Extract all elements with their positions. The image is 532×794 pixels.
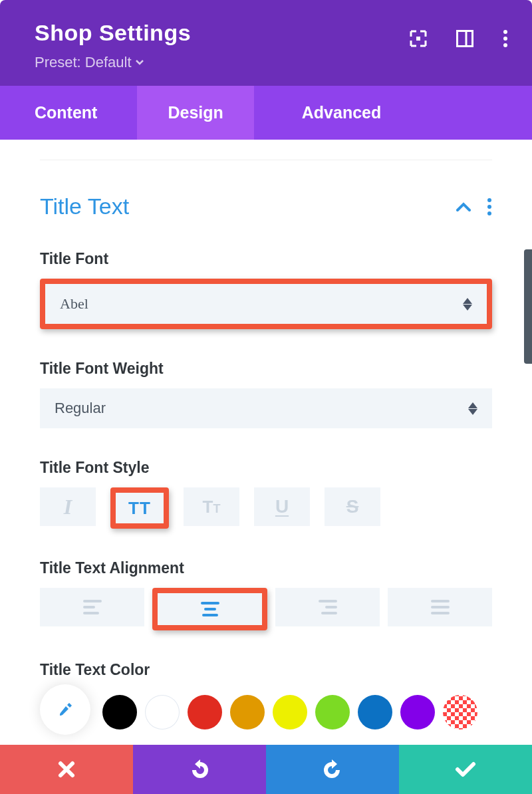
title-weight-select[interactable]: Regular [40,388,492,428]
color-swatch-red[interactable] [188,695,222,729]
title-style-label: Title Font Style [40,459,492,477]
svg-rect-0 [416,37,420,41]
check-icon [455,761,476,777]
content-area: Title Text Title Font Abel Title Font We… [0,160,532,735]
chevron-up-icon[interactable] [456,202,471,211]
align-right-button[interactable] [275,588,380,626]
main-tabs: Content Design Advanced [0,86,532,140]
align-center-icon [201,602,219,616]
align-center-button[interactable] [158,593,262,625]
strikethrough-button[interactable]: S [325,487,380,526]
cancel-button[interactable] [0,745,133,794]
color-swatch-green[interactable] [315,695,350,729]
color-swatch-orange[interactable] [230,695,265,729]
title-font-select[interactable]: Abel [45,284,487,324]
caret-down-icon [136,60,144,65]
color-swatch-black[interactable] [102,695,137,729]
highlight-align-center [152,588,267,630]
divider [40,160,492,160]
color-swatches [40,690,492,735]
title-align-label: Title Text Alignment [40,559,492,577]
layout-icon[interactable] [456,30,473,47]
dropper-icon [57,702,73,718]
redo-button[interactable] [266,745,399,794]
color-swatch-purple[interactable] [400,695,435,729]
header-icons [410,29,508,48]
title-font-value: Abel [60,295,88,313]
text-align-buttons [40,588,492,630]
title-color-label: Title Text Color [40,661,492,679]
color-swatch-yellow[interactable] [273,695,307,729]
svg-point-3 [503,30,507,34]
align-left-icon [83,600,102,614]
svg-point-6 [487,198,491,202]
underline-button[interactable]: U [254,487,310,526]
italic-icon: I [64,495,72,519]
svg-point-7 [487,205,491,209]
strikethrough-icon: S [346,496,359,517]
close-icon [57,760,76,779]
title-font-label: Title Font [40,250,492,268]
italic-button[interactable]: I [40,487,96,526]
settings-header: Shop Settings Preset: Default [0,0,532,86]
title-weight-label: Title Font Weight [40,360,492,378]
preset-label: Preset: Default [35,54,132,71]
redo-icon [321,759,344,779]
svg-point-4 [503,37,507,41]
more-icon[interactable] [487,198,492,216]
highlight-font: Abel [40,279,492,329]
uppercase-icon: TT [128,498,151,519]
svg-rect-1 [458,31,473,47]
tab-advanced[interactable]: Advanced [254,86,421,140]
font-style-buttons: I TT TT U S [40,487,492,529]
footer-actions [0,745,532,794]
underline-icon: U [275,496,289,517]
more-icon[interactable] [503,29,508,48]
tab-design[interactable]: Design [137,86,253,140]
highlight-uppercase: TT [110,487,169,529]
color-swatch-white[interactable] [145,695,180,729]
preset-selector[interactable]: Preset: Default [35,54,497,71]
align-left-button[interactable] [40,588,144,626]
section-controls [456,198,492,216]
undo-icon [188,759,211,779]
align-justify-button[interactable] [388,588,492,626]
scrollbar[interactable] [524,249,532,364]
align-right-icon [319,600,337,614]
tab-content[interactable]: Content [0,86,137,140]
svg-point-8 [487,211,491,215]
title-weight-value: Regular [55,400,106,417]
uppercase-button[interactable]: TT [116,493,164,523]
undo-button[interactable] [133,745,266,794]
color-swatch-blue[interactable] [358,695,392,729]
align-justify-icon [431,600,450,614]
section-header[interactable]: Title Text [40,194,492,219]
save-button[interactable] [399,745,532,794]
section-title: Title Text [40,194,129,219]
smallcaps-button[interactable]: TT [184,487,239,526]
expand-icon[interactable] [410,30,427,47]
color-picker-button[interactable] [40,684,90,735]
sort-icon [468,402,477,415]
color-swatch-transparent[interactable] [443,695,477,729]
sort-icon [463,298,472,311]
svg-point-5 [503,43,507,47]
smallcaps-icon: TT [203,497,221,517]
